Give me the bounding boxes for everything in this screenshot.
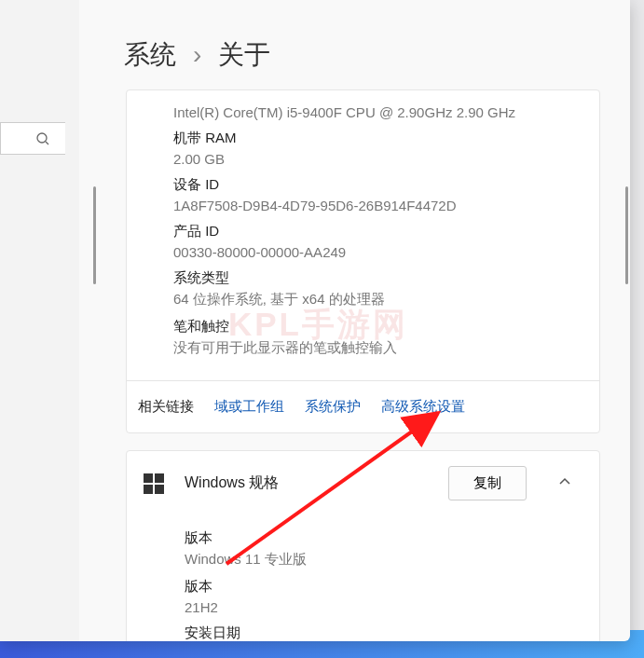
breadcrumb-current: 关于 — [218, 37, 270, 73]
windows-spec-card[interactable]: Windows 规格 复制 版本 Windows 11 专业版 版本 21H2 … — [126, 450, 600, 641]
svg-point-0 — [37, 133, 47, 143]
ram-label: 机带 RAM — [173, 130, 553, 147]
version-value: 21H2 — [185, 599, 582, 615]
link-system-protection[interactable]: 系统保护 — [305, 398, 361, 416]
install-date-label: 安装日期 — [185, 624, 582, 641]
deviceid-value: 1A8F7508-D9B4-4D79-95D6-26B914F4472D — [173, 198, 553, 213]
search-input[interactable] — [0, 122, 65, 155]
link-advanced-system-settings[interactable]: 高级系统设置 — [381, 398, 465, 416]
breadcrumb-parent[interactable]: 系统 — [124, 37, 176, 73]
edition-label: 版本 — [185, 529, 582, 547]
scrollbar-right[interactable] — [625, 186, 628, 284]
pen-label: 笔和触控 — [173, 318, 553, 336]
productid-value: 00330-80000-00000-AA249 — [173, 244, 553, 260]
systype-label: 系统类型 — [173, 269, 553, 287]
device-specs-card: Intel(R) Core(TM) i5-9400F CPU @ 2.90GHz… — [126, 89, 600, 433]
link-domain-workgroup[interactable]: 域或工作组 — [214, 398, 284, 416]
chevron-up-icon[interactable] — [547, 470, 582, 498]
cpu-value: Intel(R) Core(TM) i5-9400F CPU @ 2.90GHz… — [173, 104, 553, 120]
breadcrumb-separator: › — [193, 40, 201, 70]
copy-button[interactable]: 复制 — [448, 466, 527, 500]
windows-spec-title: Windows 规格 — [185, 473, 428, 493]
search-icon — [35, 131, 50, 146]
related-links-label: 相关链接 — [138, 398, 194, 416]
windows-icon — [144, 473, 164, 494]
related-links-row: 相关链接 域或工作组 系统保护 高级系统设置 — [127, 380, 599, 432]
systype-value: 64 位操作系统, 基于 x64 的处理器 — [173, 291, 553, 308]
version-label: 版本 — [185, 578, 582, 596]
ram-value: 2.00 GB — [173, 151, 553, 167]
pen-value: 没有可用于此显示器的笔或触控输入 — [173, 339, 553, 357]
svg-line-1 — [46, 142, 48, 144]
edition-value: Windows 11 专业版 — [185, 551, 582, 569]
productid-label: 产品 ID — [173, 223, 553, 240]
deviceid-label: 设备 ID — [173, 176, 553, 194]
breadcrumb: 系统 › 关于 — [89, 0, 630, 89]
